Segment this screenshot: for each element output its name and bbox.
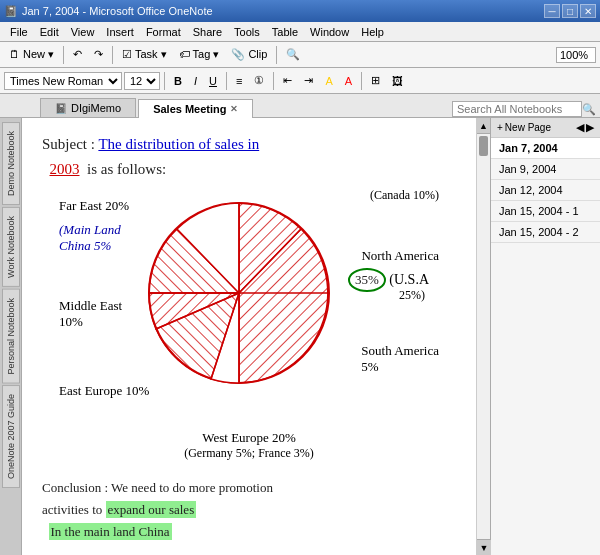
- close-button[interactable]: ✕: [580, 4, 596, 18]
- bold-button[interactable]: B: [169, 73, 187, 89]
- notebook-work[interactable]: Work Notebook: [2, 207, 20, 287]
- menu-edit[interactable]: Edit: [34, 24, 65, 40]
- close-tab-icon[interactable]: ✕: [230, 104, 238, 114]
- new-page-button[interactable]: + New Page: [497, 122, 551, 133]
- separator-2: [112, 46, 113, 64]
- menu-table[interactable]: Table: [266, 24, 304, 40]
- bullets-button[interactable]: ≡: [231, 73, 247, 89]
- tag-button[interactable]: 🏷 Tag ▾: [174, 46, 225, 63]
- zoom-input[interactable]: [556, 47, 596, 63]
- notebook-guide[interactable]: OneNote 2007 Guide: [2, 385, 20, 488]
- italic-button[interactable]: I: [189, 73, 202, 89]
- search-btn[interactable]: 🔍: [281, 46, 305, 63]
- notebook-tabs: Demo Notebook Work Notebook Personal Not…: [0, 118, 22, 555]
- picture-button[interactable]: 🖼: [387, 73, 408, 89]
- west-europe-label: West Europe 20%: [42, 430, 456, 446]
- menu-format[interactable]: Format: [140, 24, 187, 40]
- conclusion-section: Conclusion : We need to do more promotio…: [42, 477, 456, 543]
- window-controls: ─ □ ✕: [544, 4, 596, 18]
- app-icon: 📓: [4, 5, 18, 18]
- subject-line-2: 2003 is as follows:: [42, 159, 456, 180]
- subject-prefix: Subject :: [42, 136, 98, 152]
- conclusion-line-1: Conclusion : We need to do more promotio…: [42, 477, 456, 499]
- size-select[interactable]: 12: [124, 72, 160, 90]
- pie-chart: [139, 193, 339, 393]
- percent-container: [556, 47, 596, 63]
- page-item-1[interactable]: Jan 9, 2004: [491, 159, 600, 180]
- page-item-0[interactable]: Jan 7, 2004: [491, 138, 600, 159]
- task-button[interactable]: ☑ Task ▾: [117, 46, 172, 63]
- menu-view[interactable]: View: [65, 24, 101, 40]
- tab-sales-meeting[interactable]: Sales Meeting ✕: [138, 99, 253, 118]
- notebook-demo[interactable]: Demo Notebook: [2, 122, 20, 205]
- middle-east-label: Middle East 10%: [59, 298, 122, 330]
- redo-button[interactable]: ↷: [89, 46, 108, 63]
- scroll-thumb[interactable]: [479, 136, 488, 156]
- menu-help[interactable]: Help: [355, 24, 390, 40]
- window-title: Jan 7, 2004 - Microsoft Office OneNote: [22, 5, 213, 17]
- conclusion-highlight-2: In the main land China: [49, 523, 172, 540]
- conclusion-line-2: activities to expand our sales: [42, 499, 456, 521]
- table-button[interactable]: ⊞: [366, 72, 385, 89]
- north-america-label: North America: [361, 248, 439, 264]
- conclusion-line-3: In the main land China: [42, 521, 456, 543]
- numbering-button[interactable]: ①: [249, 72, 269, 89]
- usa-circled: 35%: [348, 268, 386, 292]
- fmt-sep-4: [361, 72, 362, 90]
- conclusion-highlight-1: expand our sales: [106, 501, 197, 518]
- search-icon[interactable]: 🔍: [582, 103, 596, 116]
- toolbar: 🗒 New ▾ ↶ ↷ ☑ Task ▾ 🏷 Tag ▾ 📎 Clip 🔍: [0, 42, 600, 68]
- tab-digimemo[interactable]: 📓 DIgiMemo: [40, 98, 136, 117]
- format-bar: Times New Roman 12 B I U ≡ ① ⇤ ⇥ A A ⊞ 🖼: [0, 68, 600, 94]
- digimemo-icon: 📓: [55, 103, 67, 114]
- fmt-sep-3: [273, 72, 274, 90]
- chart-area: Far East 20% (Main Land China 5% (Canada…: [59, 188, 439, 428]
- page-up-button[interactable]: ◀: [576, 121, 584, 134]
- page-down-button[interactable]: ▶: [586, 121, 594, 134]
- east-europe-label: East Europe 10%: [59, 383, 149, 399]
- page-item-3[interactable]: Jan 15, 2004 - 1: [491, 201, 600, 222]
- south-america-label: South America 5%: [361, 343, 439, 375]
- new-button[interactable]: 🗒 New ▾: [4, 46, 59, 63]
- page-item-2[interactable]: Jan 12, 2004: [491, 180, 600, 201]
- minimize-button[interactable]: ─: [544, 4, 560, 18]
- indent-inc-button[interactable]: ⇥: [299, 72, 318, 89]
- subject-underline: The distribution of sales in: [98, 136, 259, 152]
- pages-panel: + New Page ◀ ▶ Jan 7, 2004 Jan 9, 2004 J…: [490, 118, 600, 555]
- canada-label: (Canada 10%): [370, 188, 439, 203]
- mainland-china-label: (Main Land China 5%: [59, 222, 121, 254]
- highlight-button[interactable]: A: [320, 73, 337, 89]
- usa-sub-label: 25%): [399, 288, 425, 303]
- underline-button[interactable]: U: [204, 73, 222, 89]
- clip-button[interactable]: 📎 Clip: [226, 46, 272, 63]
- title-bar-title: 📓 Jan 7, 2004 - Microsoft Office OneNote: [4, 5, 213, 18]
- menu-window[interactable]: Window: [304, 24, 355, 40]
- menu-tools[interactable]: Tools: [228, 24, 266, 40]
- scroll-up[interactable]: ▲: [477, 118, 490, 134]
- fmt-sep-2: [226, 72, 227, 90]
- subject-line: Subject : The distribution of sales in: [42, 134, 456, 155]
- search-input[interactable]: [452, 101, 582, 117]
- maximize-button[interactable]: □: [562, 4, 578, 18]
- notebook-personal[interactable]: Personal Notebook: [2, 289, 20, 384]
- new-page-icon: +: [497, 122, 503, 133]
- page-nav-buttons: ◀ ▶: [576, 121, 594, 134]
- menu-bar: File Edit View Insert Format Share Tools…: [0, 22, 600, 42]
- menu-file[interactable]: File: [4, 24, 34, 40]
- note-scrollbar[interactable]: ▲ ▼: [476, 118, 490, 555]
- note-content: Subject : The distribution of sales in 2…: [22, 118, 476, 555]
- undo-button[interactable]: ↶: [68, 46, 87, 63]
- tab-area: 📓 DIgiMemo Sales Meeting ✕ 🔍: [0, 94, 600, 118]
- scroll-down[interactable]: ▼: [477, 539, 491, 555]
- page-item-4[interactable]: Jan 15, 2004 - 2: [491, 222, 600, 243]
- font-select[interactable]: Times New Roman: [4, 72, 122, 90]
- note-area[interactable]: Subject : The distribution of sales in 2…: [22, 118, 476, 555]
- subject-year: 2003: [50, 161, 80, 177]
- pages-header: + New Page ◀ ▶: [491, 118, 600, 138]
- font-color-button[interactable]: A: [340, 73, 357, 89]
- menu-share[interactable]: Share: [187, 24, 228, 40]
- content-area: Subject : The distribution of sales in 2…: [22, 118, 600, 555]
- separator-3: [276, 46, 277, 64]
- indent-dec-button[interactable]: ⇤: [278, 72, 297, 89]
- menu-insert[interactable]: Insert: [100, 24, 140, 40]
